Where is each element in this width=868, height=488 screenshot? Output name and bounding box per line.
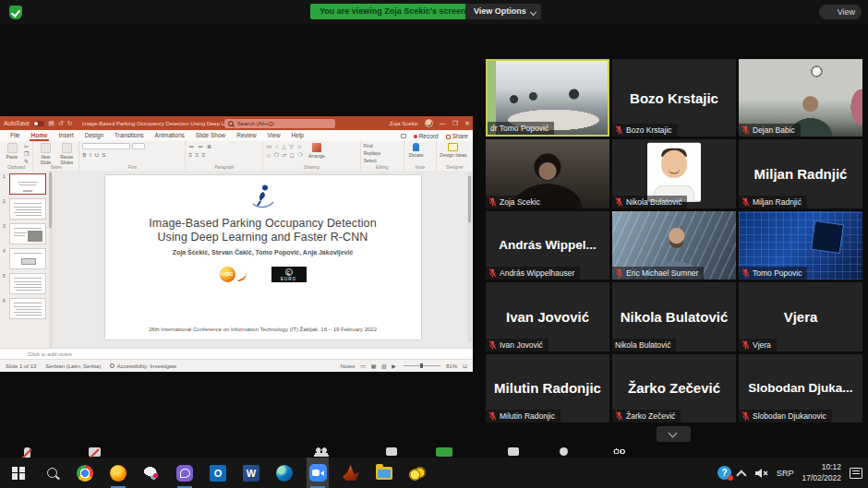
restore-button[interactable]: ❐ [452,120,458,127]
zoom-percent[interactable]: 81% [446,363,457,369]
align-buttons[interactable]: ≡ ≡ ≡ [188,152,211,158]
mute-icon[interactable] [24,447,30,458]
view-options-button[interactable]: View Options [465,4,541,19]
taskbar-outlook-icon[interactable]: O [207,458,229,488]
taskbar-chrome-icon[interactable] [74,458,96,488]
taskbar-search-icon[interactable] [41,458,63,488]
ppt-tab-slide-show[interactable]: Slide Show [190,130,232,141]
account-name[interactable]: Zoja Scekic [390,121,418,126]
slide-thumbnail[interactable]: 2 [3,198,50,220]
thumbnail-preview[interactable] [9,198,46,220]
ppt-tab-home[interactable]: Home [25,130,53,141]
action-center-icon[interactable] [850,468,862,479]
taskbar-viber-icon[interactable] [174,458,196,488]
taskbar-start-icon[interactable] [7,458,30,488]
slide-thumbnail[interactable]: 3 [3,223,50,244]
participant-tile[interactable]: Nikola BulatovićNikola Bulatović [612,282,736,351]
participant-tile[interactable]: Slobodan Djuka...Slobodan Djukanovic [739,354,862,423]
format-painter-icon[interactable]: ✎ [24,158,30,164]
record-button[interactable]: Record [414,133,439,139]
taskbar-zoomapp-icon[interactable] [307,458,329,488]
stop-video-icon[interactable] [89,447,101,457]
slide-scrollbar[interactable] [467,173,472,342]
redo-icon[interactable]: ↻ [67,120,73,127]
taskbar-coins-icon[interactable] [406,458,428,488]
participant-tile[interactable]: Žarko ZečevićŽarko Zečević [612,354,736,423]
paste-button[interactable]: Paste [3,143,21,160]
taskbar-satellite-icon[interactable] [140,458,163,488]
cut-icon[interactable]: ✂ [24,143,30,149]
view-mode-buttons[interactable]: ▭ ▦ ▥ ▶ [360,363,398,369]
design-ideas-button[interactable]: Design Ideas [440,143,467,158]
thumbnail-preview[interactable] [9,173,46,195]
slide-thumbnail[interactable]: 5 [3,273,50,294]
shapes-buttons-2[interactable]: ◇ ⬠ ▱ ◻ ❍ [266,151,303,158]
notes-pane[interactable]: Click to add notes [0,348,473,359]
font-size-box[interactable] [132,143,145,149]
gallery-next-page-button[interactable] [657,426,691,442]
undo-icon[interactable]: ↺ [58,120,64,127]
zoom-slider[interactable] [404,365,440,366]
slide-1-title-slide[interactable]: Image-Based Parking Occupancy Detection … [105,175,421,339]
slide-thumbnail[interactable]: 6 [3,298,50,319]
ppt-tab-insert[interactable]: Insert [54,130,79,141]
ppt-tab-design[interactable]: Design [79,130,109,141]
slide-thumbnail[interactable]: 4 [3,248,50,269]
participant-tile[interactable]: Dejan Babic [739,59,862,137]
share-screen-icon[interactable] [436,447,452,457]
notes-toggle-button[interactable]: Notes [341,363,356,369]
help-tray-icon[interactable]: ? [717,466,731,480]
save-icon[interactable]: ▤ [48,120,54,127]
participant-tile[interactable]: Zoja Scekic [486,139,609,208]
participants-icon[interactable] [314,447,329,457]
ppt-tab-animations[interactable]: Animations [150,130,190,141]
shapes-buttons[interactable]: ▭ ○ △ ▽ ☆ [266,143,303,149]
language-indicator[interactable]: Serbian (Latin, Serbia) [45,363,101,369]
taskbar-word-icon[interactable]: W [240,458,262,488]
slide-thumbnail[interactable]: 1 [3,173,50,195]
thumbnail-scrollbar[interactable] [49,171,52,348]
close-button[interactable]: ✕ [464,120,470,127]
muted-speaker-icon[interactable] [755,468,768,479]
comments-icon[interactable] [401,134,406,138]
font-name-box[interactable] [82,143,130,149]
font-style-buttons[interactable]: B I U S [82,152,145,158]
participant-tile[interactable]: Milutin RadonjicMilutin Radonjic [486,354,609,423]
autosave-toggle[interactable] [33,121,44,126]
participant-tile[interactable]: Nikola Bulatović [612,139,736,208]
account-avatar[interactable] [425,119,433,127]
search-input[interactable]: Search (Alt+Q) [224,119,335,128]
taskbar-matlab-icon[interactable] [340,458,362,488]
ppt-tab-file[interactable]: File [5,130,25,141]
hidden-icons-chevron[interactable] [736,470,746,480]
view-button[interactable]: View [819,5,862,19]
participant-tile[interactable]: Tomo Popovic [739,211,862,280]
participant-tile[interactable]: Eric Michael Sumner [612,211,736,280]
participant-tile[interactable]: András Wippel...András Wippelhauser [486,211,609,280]
ppt-tab-transitions[interactable]: Transitions [109,130,150,141]
security-shield-icon[interactable] [9,6,22,19]
taskbar-edge-icon[interactable] [273,458,295,488]
taskbar-firefox-icon[interactable] [107,458,129,488]
ppt-tab-help[interactable]: Help [286,130,309,141]
select-button[interactable]: Select [364,158,380,163]
replace-button[interactable]: Replace [364,150,380,156]
ppt-tab-review[interactable]: Review [231,130,261,141]
list-buttons[interactable]: ≔ ≕ ≣ [188,143,211,149]
taskbar-explorer-icon[interactable] [373,458,395,488]
participant-tile[interactable]: Miljan RadnjićMiljan Radnjić [739,139,862,208]
thumbnail-preview[interactable] [9,298,46,319]
participant-tile[interactable]: dr Tomo Popović [486,59,609,137]
ppt-tab-view[interactable]: View [262,130,286,141]
thumbnail-preview[interactable] [9,273,46,294]
arrange-button[interactable]: Arrange [307,143,327,159]
reactions-icon[interactable] [560,447,568,456]
accessibility-status[interactable]: Accessibility: Investigate [110,363,176,369]
find-button[interactable]: Find [364,143,380,149]
minimize-button[interactable]: — [440,120,446,126]
more-icon[interactable] [613,447,626,456]
share-button[interactable]: Share [446,133,468,139]
copy-icon[interactable]: ❐ [24,150,30,157]
fit-slide-icon[interactable]: ⊡ [463,363,467,369]
chat-icon[interactable] [386,447,397,456]
